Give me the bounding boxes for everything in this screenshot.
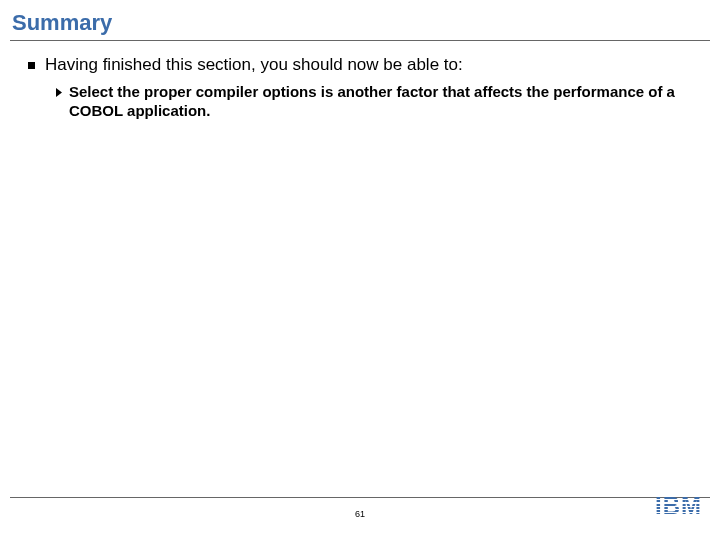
bullet-level2-text: Select the proper compiler options is an… — [69, 83, 700, 121]
arrow-bullet-icon — [56, 88, 65, 97]
ibm-logo-text: IBM — [655, 494, 702, 518]
footer: 61 IBM — [0, 497, 720, 528]
content-area: Having finished this section, you should… — [0, 41, 720, 121]
bullet-level1-text: Having finished this section, you should… — [45, 55, 463, 75]
bullet-level2: Select the proper compiler options is an… — [20, 83, 700, 121]
ibm-logo: IBM — [655, 494, 702, 518]
footer-divider — [10, 497, 710, 498]
square-bullet-icon — [28, 62, 35, 69]
slide-title: Summary — [0, 0, 720, 40]
bullet-level1: Having finished this section, you should… — [20, 55, 700, 75]
page-number: 61 — [355, 509, 365, 519]
svg-marker-0 — [56, 88, 62, 97]
